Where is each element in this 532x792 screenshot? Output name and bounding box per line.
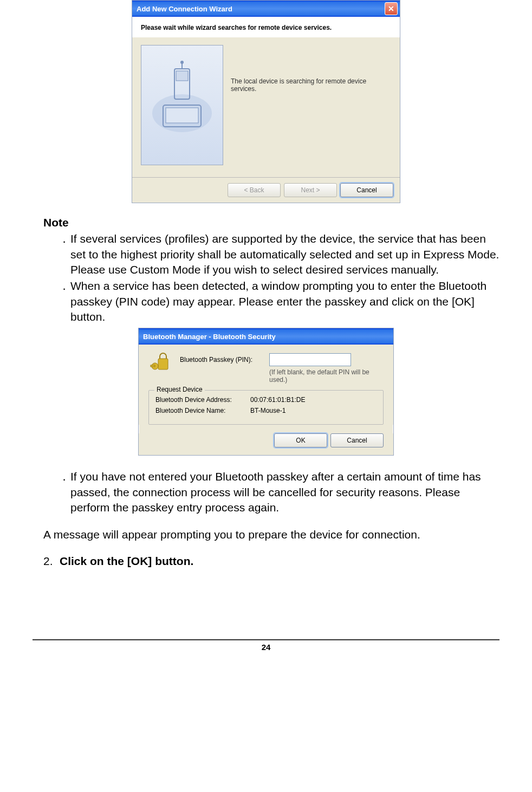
window-title: Bluetooth Manager - Bluetooth Security bbox=[143, 333, 391, 341]
note-bullet-3: ．If you have not entered your Bluetooth … bbox=[59, 469, 499, 515]
wizard-body-message: The local device is searching for remote… bbox=[231, 45, 391, 165]
pin-label: Bluetooth Passkey (PIN): bbox=[180, 356, 269, 363]
cancel-button[interactable]: Cancel bbox=[330, 433, 384, 447]
group-legend: Request Device bbox=[154, 386, 205, 393]
wizard-body: The local device is searching for remote… bbox=[132, 37, 400, 177]
step-2: 2. Click on the [OK] button. bbox=[43, 554, 499, 569]
titlebar[interactable]: Add New Connection Wizard ✕ bbox=[132, 1, 400, 17]
cancel-button[interactable]: Cancel bbox=[340, 183, 393, 197]
note-bullet-2: ．When a service has been detected, a win… bbox=[59, 278, 499, 324]
wizard-subheader: Please wait while wizard searches for re… bbox=[132, 17, 400, 37]
note-heading: Note bbox=[43, 215, 499, 230]
security-body: Bluetooth Passkey (PIN): (If left blank,… bbox=[139, 345, 393, 425]
wizard-button-row: < Back Next > Cancel bbox=[132, 177, 400, 203]
titlebar[interactable]: Bluetooth Manager - Bluetooth Security bbox=[139, 328, 393, 345]
between-text: A message will appear prompting you to p… bbox=[43, 527, 499, 542]
wizard-dialog: Add New Connection Wizard ✕ Please wait … bbox=[132, 0, 400, 203]
ok-button[interactable]: OK bbox=[274, 433, 327, 447]
svg-rect-3 bbox=[176, 71, 188, 81]
page-number: 24 bbox=[0, 642, 532, 652]
wizard-illustration bbox=[141, 45, 223, 165]
security-button-row: OK Cancel bbox=[139, 433, 393, 455]
key-lock-icon bbox=[150, 351, 170, 373]
back-button: < Back bbox=[228, 183, 281, 197]
svg-rect-9 bbox=[151, 365, 155, 367]
svg-rect-6 bbox=[166, 108, 198, 123]
step-number: 2. bbox=[43, 554, 60, 569]
svg-point-5 bbox=[180, 61, 184, 64]
svg-rect-7 bbox=[158, 359, 168, 369]
note-bullet-1: ．If several services (profiles) are supp… bbox=[59, 231, 499, 277]
security-dialog: Bluetooth Manager - Bluetooth Security B… bbox=[138, 328, 394, 456]
pin-hint: (If left blank, the default PIN will be … bbox=[269, 368, 384, 384]
close-button[interactable]: ✕ bbox=[385, 2, 398, 15]
close-icon: ✕ bbox=[388, 4, 394, 13]
step-text: Click on the [OK] button. bbox=[60, 554, 193, 569]
request-device-group: Request Device Bluetooth Device Address:… bbox=[148, 390, 384, 425]
window-title: Add New Connection Wizard bbox=[137, 5, 385, 13]
wizard-subheader-text: Please wait while wizard searches for re… bbox=[141, 24, 332, 31]
device-illustration-icon bbox=[150, 59, 215, 151]
footer-rule bbox=[33, 639, 499, 640]
pin-input[interactable] bbox=[269, 353, 351, 366]
device-address-value: 00:07:61:01:B1:DE bbox=[250, 396, 305, 404]
next-button: Next > bbox=[284, 183, 337, 197]
device-address-label: Bluetooth Device Address: bbox=[155, 396, 250, 404]
device-name-label: Bluetooth Device Name: bbox=[155, 407, 250, 414]
device-name-value: BT-Mouse-1 bbox=[250, 407, 286, 414]
